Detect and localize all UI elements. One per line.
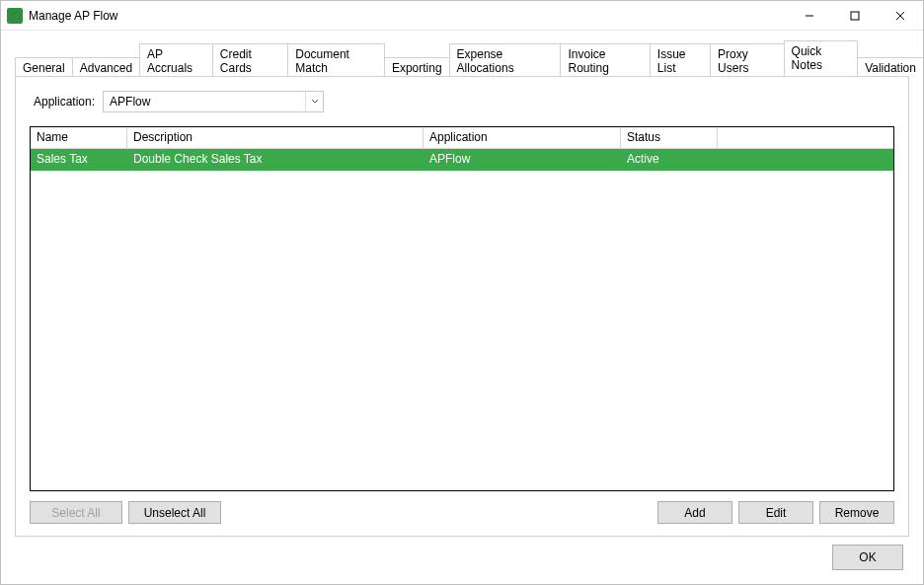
tab-invoice-routing[interactable]: Invoice Routing [560, 43, 650, 78]
tab-document-match[interactable]: Document Match [287, 43, 385, 78]
application-select-value: APFlow [110, 95, 150, 109]
svg-rect-1 [851, 12, 859, 20]
maximize-button[interactable] [832, 1, 878, 31]
col-header-description[interactable]: Description [127, 127, 424, 148]
cell-name: Sales Tax [31, 149, 127, 171]
select-all-button[interactable]: Select All [30, 501, 122, 524]
remove-button[interactable]: Remove [819, 501, 894, 524]
titlebar: Manage AP Flow [1, 1, 923, 31]
tab-advanced[interactable]: Advanced [72, 57, 140, 78]
close-icon [895, 11, 905, 21]
panel-button-row: Select All Unselect All Add Edit Remove [30, 501, 894, 524]
cell-spacer [718, 149, 893, 171]
tab-expense-allocations[interactable]: Expense Allocations [449, 43, 562, 78]
grid-body[interactable]: Sales Tax Double Check Sales Tax APFlow … [31, 149, 893, 490]
grid-header: Name Description Application Status [31, 127, 893, 149]
right-button-group: Add Edit Remove [657, 501, 894, 524]
col-header-spacer [718, 127, 893, 148]
tab-panel: Application: APFlow Name Description App… [15, 76, 909, 537]
tabs-row: General Advanced AP Accruals Credit Card… [15, 54, 923, 76]
window-title: Manage AP Flow [29, 9, 118, 23]
tab-panel-inner: Application: APFlow Name Description App… [16, 77, 908, 536]
left-button-group: Select All Unselect All [30, 501, 221, 524]
cell-application: APFlow [424, 149, 621, 171]
tab-issue-list[interactable]: Issue List [650, 43, 711, 78]
ok-button[interactable]: OK [832, 545, 903, 570]
app-icon [7, 8, 23, 24]
tab-general[interactable]: General [15, 57, 73, 78]
chevron-down-icon [305, 92, 323, 111]
cell-status: Active [621, 149, 718, 171]
cell-description: Double Check Sales Tax [127, 149, 424, 171]
tab-quick-notes[interactable]: Quick Notes [784, 40, 859, 77]
col-header-name[interactable]: Name [31, 127, 127, 148]
close-button[interactable] [878, 1, 923, 31]
minimize-icon [805, 11, 814, 21]
titlebar-left: Manage AP Flow [7, 8, 118, 24]
table-row[interactable]: Sales Tax Double Check Sales Tax APFlow … [31, 149, 893, 171]
minimize-button[interactable] [787, 1, 832, 31]
unselect-all-button[interactable]: Unselect All [128, 501, 221, 524]
add-button[interactable]: Add [657, 501, 732, 524]
notes-grid: Name Description Application Status Sale… [30, 126, 894, 491]
application-label: Application: [34, 95, 95, 109]
maximize-icon [850, 11, 860, 21]
edit-button[interactable]: Edit [738, 501, 813, 524]
tab-ap-accruals[interactable]: AP Accruals [139, 43, 213, 78]
window-controls [787, 1, 923, 30]
col-header-application[interactable]: Application [424, 127, 621, 148]
tab-proxy-users[interactable]: Proxy Users [710, 43, 785, 78]
application-row: Application: APFlow [30, 91, 894, 112]
col-header-status[interactable]: Status [621, 127, 718, 148]
application-select[interactable]: APFlow [103, 91, 324, 112]
tab-validation[interactable]: Validation [857, 57, 924, 78]
tab-exporting[interactable]: Exporting [384, 57, 450, 78]
tab-credit-cards[interactable]: Credit Cards [212, 43, 288, 78]
